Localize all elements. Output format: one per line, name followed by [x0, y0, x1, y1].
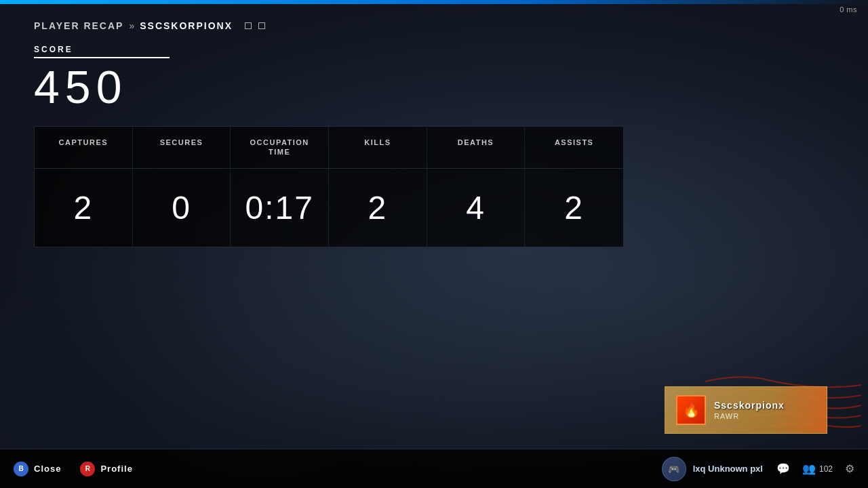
value-assists: 2 [525, 169, 623, 247]
header-captures: CAPTURES [35, 127, 133, 168]
bottom-right-section: 🎮 lxq Unknown pxl 💬 👥 102 ⚙ [662, 457, 854, 481]
score-label: SCORE [34, 45, 868, 54]
avatar-emoji: 🔥 [683, 402, 700, 418]
user-avatar: 🎮 [662, 457, 686, 481]
breadcrumb-icons [245, 22, 265, 29]
stats-header-row: CAPTURES SECURES OCCUPATION TIME KILLS D… [35, 127, 623, 169]
breadcrumb-icon-2 [258, 22, 265, 29]
close-button-label: Close [34, 464, 61, 474]
breadcrumb-player-name: SSCSKORPIONX [140, 20, 233, 31]
profile-button[interactable]: R Profile [80, 462, 132, 476]
breadcrumb: PLAYER RECAP » SSCSKORPIONX [34, 20, 868, 31]
header-kills: KILLS [329, 127, 427, 168]
score-underline [34, 57, 170, 58]
header-assists: ASSISTS [525, 127, 623, 168]
profile-button-label: Profile [100, 464, 132, 474]
user-name: lxq Unknown pxl [693, 464, 763, 474]
profile-button-key: R [80, 462, 95, 476]
player-card: 🔥 Sscskorpionx RAWR [665, 386, 827, 434]
breadcrumb-icon-1 [245, 22, 252, 29]
close-button[interactable]: B Close [14, 462, 61, 476]
header-occupation-time: OCCUPATION TIME [231, 127, 329, 168]
value-secures: 0 [133, 169, 231, 247]
value-occupation-time: 0:17 [231, 169, 329, 247]
people-icon: 👥 [802, 462, 816, 475]
player-card-name: Sscskorpionx [714, 400, 816, 411]
breadcrumb-parent: PLAYER RECAP [34, 20, 123, 31]
score-value: 450 [34, 64, 868, 110]
player-card-avatar: 🔥 [676, 395, 706, 425]
main-content: PLAYER RECAP » SSCSKORPIONX SCORE 450 CA… [34, 20, 868, 447]
player-card-info: Sscskorpionx RAWR [714, 400, 816, 420]
header-secures: SECURES [133, 127, 231, 168]
value-deaths: 4 [427, 169, 526, 247]
score-section: SCORE 450 [34, 45, 868, 110]
bottom-left-actions: B Close R Profile [14, 462, 133, 476]
header-deaths: DEATHS [427, 127, 526, 168]
bottom-icons: 💬 👥 102 ⚙ [776, 462, 854, 475]
stats-body-row: 2 0 0:17 2 4 2 [35, 169, 623, 247]
breadcrumb-separator: » [129, 20, 134, 31]
user-avatar-emoji: 🎮 [668, 464, 679, 474]
player-card-subtitle: RAWR [714, 412, 816, 420]
user-info: 🎮 lxq Unknown pxl [662, 457, 763, 481]
value-captures: 2 [35, 169, 133, 247]
close-button-key: B [14, 462, 28, 476]
top-accent-bar [0, 0, 868, 4]
bottom-bar: B Close R Profile 🎮 lxq Unknown pxl 💬 👥 … [0, 449, 868, 488]
settings-icon[interactable]: ⚙ [845, 462, 854, 475]
followers-count: 102 [819, 464, 833, 474]
latency-display: 0 ms [840, 5, 857, 14]
value-kills: 2 [329, 169, 427, 247]
chat-icon[interactable]: 💬 [776, 462, 790, 475]
stats-table: CAPTURES SECURES OCCUPATION TIME KILLS D… [34, 126, 624, 247]
followers-badge: 👥 102 [802, 462, 833, 475]
